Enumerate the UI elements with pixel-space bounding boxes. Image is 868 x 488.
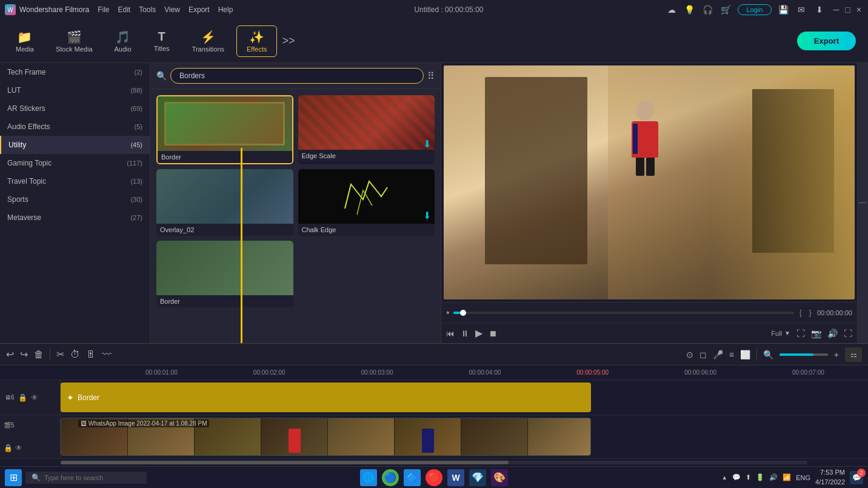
headset-icon[interactable]: 🎧 [701,3,715,16]
track-row-5: 🎬5 🔒 👁 🖼 WhatsApp Image 2022-04-17 at 1.… [0,415,868,459]
taskbar-app-chrome[interactable]: 🔵 [382,469,399,486]
cart-icon[interactable]: 🛒 [719,3,733,16]
grid-view-icon[interactable]: ⠿ [427,70,435,82]
toolbar-effects[interactable]: ✨ Effects [236,25,277,57]
right-panel-toggle[interactable]: │ [857,63,868,343]
timeline-view-toggle[interactable]: ⚏ [845,347,862,362]
sidebar-item-travel-topic[interactable]: Travel Topic (13) [0,172,150,190]
redo-button[interactable]: ↪ [20,349,28,360]
play-pause-button[interactable]: ⏸ [461,329,469,338]
taskbar-app-ie[interactable]: 🌐 [360,469,377,486]
notification-button[interactable]: 💬 2 [850,471,863,484]
waveform-button[interactable]: 〰 [102,349,112,360]
menu-help[interactable]: Help [218,5,233,14]
speed-button[interactable]: ⏱ [70,349,80,360]
track-5-eye-icon[interactable]: 👁 [15,444,22,452]
effect-overlay-02[interactable]: Overlay_02 [156,169,293,236]
play-button[interactable]: ▶ [475,327,482,339]
menu-view[interactable]: View [164,5,180,14]
taskbar-clock[interactable]: 7:53 PM 4/17/2022 [815,468,845,487]
close-button[interactable]: × [855,5,863,15]
fit-screen-icon[interactable]: ⛶ [796,329,805,338]
menu-edit[interactable]: Edit [118,5,131,14]
border-effect-clip[interactable]: ✦ Border [61,383,591,412]
sidebar-label-gaming-topic: Gaming Topic [7,159,52,167]
sidebar-count-tech-frame: (2) [135,69,142,76]
menu-export[interactable]: Export [189,5,210,14]
toolbar-media[interactable]: 📁 Media [6,26,44,56]
step-back-button[interactable]: ⏮ [446,329,455,338]
zoom-in-icon[interactable]: + [834,350,839,359]
undo-button[interactable]: ↩ [6,349,14,360]
sidebar-item-audio-effects[interactable]: Audio Effects (5) [0,118,150,136]
taskbar-app-opera[interactable]: 🔴 [426,469,442,486]
track-6-eye-icon[interactable]: 👁 [31,393,38,402]
sidebar-item-gaming-topic[interactable]: Gaming Topic (117) [0,154,150,172]
login-button[interactable]: Login [738,4,772,15]
start-button[interactable]: ⊞ [5,469,22,486]
delete-button[interactable]: 🗑 [34,349,44,360]
quality-selector[interactable]: Full ▼ [771,330,790,337]
save-icon[interactable]: 💾 [776,3,790,16]
sidebar-item-ar-stickers[interactable]: AR Stickers (69) [0,99,150,118]
minimize-button[interactable]: ─ [831,5,841,15]
filter-icon[interactable]: ⊙ [686,350,693,359]
track-6-lock-icon[interactable]: 🔒 [18,393,27,402]
microphone-icon[interactable]: 🎤 [713,350,723,359]
stop-button[interactable]: ⏹ [489,329,497,338]
volume-icon[interactable]: 🔊 [827,329,838,338]
timeline-ruler: 00:00:01:00 00:00:02:00 00:00:03:00 00:0… [0,366,868,380]
download-icon[interactable]: ⬇ [813,3,826,16]
cloud-icon[interactable]: ☁ [665,3,678,16]
sidebar-item-lut[interactable]: LUT (88) [0,81,150,99]
video-clip[interactable]: 🖼 WhatsApp Image 2022-04-17 at 1.08.28 P… [61,418,591,456]
zoom-slider[interactable] [780,353,828,356]
taskbar-volume-icon[interactable]: 🔊 [769,473,778,481]
fullscreen-icon[interactable]: ⛶ [844,329,852,338]
menu-tools[interactable]: Tools [139,5,156,14]
effect-edge-scale[interactable]: ⬇ Edge Scale [298,95,435,164]
sidebar-item-tech-frame[interactable]: Tech Frame (2) [0,63,150,81]
effect-chalk-edge[interactable]: ⬇ Chalk Edge [298,169,435,236]
taskbar-upload-icon[interactable]: ⬆ [746,473,751,481]
cut-button[interactable]: ✂ [56,349,64,360]
taskbar-search-input[interactable] [44,474,141,481]
track-5-lock-icon[interactable]: 🔒 [4,444,13,452]
toolbar-transitions[interactable]: ⚡ Transitions [182,26,234,56]
timeline-scrollbar[interactable] [0,459,868,466]
taskbar-battery-icon[interactable]: 🔋 [756,473,764,481]
subtitles-icon[interactable]: ≡ [729,350,734,359]
sidebar-item-utility[interactable]: Utility (45) [0,136,150,154]
mail-icon[interactable]: ✉ [795,3,808,16]
taskbar-chat-icon[interactable]: 💬 [732,473,741,481]
scroll-thumb[interactable] [61,461,509,464]
bulb-icon[interactable]: 💡 [683,3,696,16]
toolbar-stock-media[interactable]: 🎬 Stock Media [46,26,102,56]
zoom-out-icon[interactable]: 🔍 [763,350,773,359]
taskbar-search[interactable]: 🔍 [25,472,147,484]
mask-icon[interactable]: ◻ [699,350,707,359]
sidebar-item-metaverse[interactable]: Metaverse (27) [0,209,150,227]
effect-border[interactable]: Border [156,95,293,164]
taskbar-app-word[interactable]: W [447,469,464,486]
effect-border-2[interactable]: Border [156,241,293,307]
taskbar-chevron-icon[interactable]: ▲ [721,474,727,481]
titlebar: W Wondershare Filmora File Edit Tools Vi… [0,0,868,19]
screenshot-icon[interactable]: 📷 [811,329,821,338]
more-tools-button[interactable]: >> [282,35,295,47]
sidebar-item-sports[interactable]: Sports (30) [0,190,150,209]
toolbar-titles[interactable]: T Titles [144,26,180,56]
taskbar-app-filmora[interactable]: 💎 [469,469,486,486]
toolbar-audio[interactable]: 🎵 Audio [105,26,141,56]
sidebar-label-metaverse: Metaverse [7,213,41,222]
menu-file[interactable]: File [98,5,109,14]
taskbar-app-paint[interactable]: 🎨 [491,469,508,486]
search-input[interactable] [170,68,424,84]
preview-timeline-slider[interactable] [453,312,794,314]
picture-in-picture-icon[interactable]: ⬜ [740,350,750,359]
audio-equalizer-button[interactable]: 🎚 [86,349,96,360]
export-button[interactable]: Export [797,32,856,50]
maximize-button[interactable]: □ [843,5,852,15]
taskbar-wifi-icon[interactable]: 📶 [783,473,791,481]
taskbar-app-edge[interactable]: 🔷 [404,469,421,486]
